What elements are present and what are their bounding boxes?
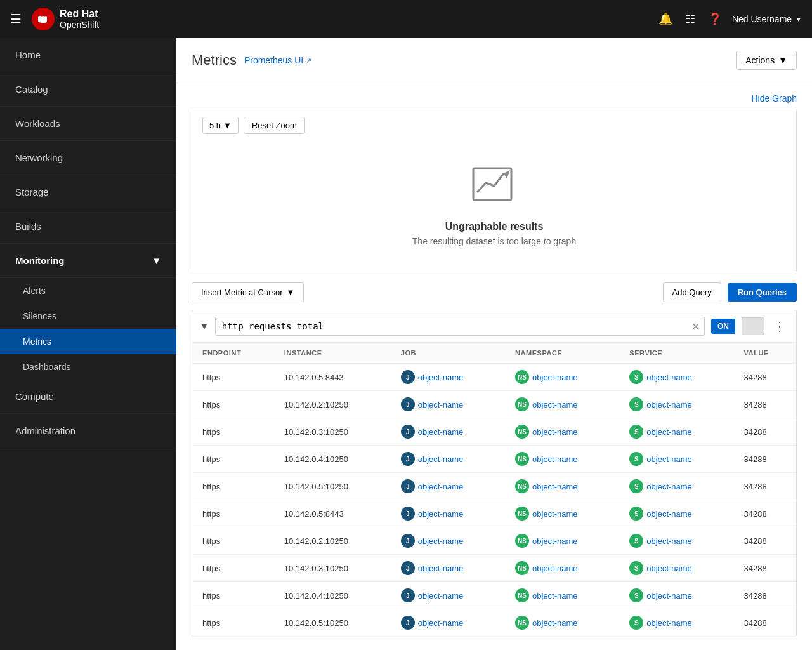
- user-menu[interactable]: Ned Username ▼: [732, 14, 802, 24]
- cell-job: J object-name: [391, 391, 505, 418]
- sidebar-item-networking[interactable]: Networking: [0, 141, 176, 175]
- prometheus-ui-link[interactable]: Prometheus UI ↗: [244, 55, 311, 65]
- svc-link[interactable]: object-name: [646, 591, 692, 600]
- sidebar-item-builds[interactable]: Builds: [0, 209, 176, 244]
- page-header-left: Metrics Prometheus UI ↗: [192, 52, 311, 69]
- svc-badge: S: [629, 370, 643, 384]
- svc-link[interactable]: object-name: [646, 454, 692, 464]
- ns-badge: NS: [515, 370, 529, 384]
- add-query-button[interactable]: Add Query: [663, 282, 721, 302]
- job-link[interactable]: object-name: [418, 373, 464, 382]
- svc-link[interactable]: object-name: [646, 536, 692, 546]
- reset-zoom-button[interactable]: Reset Zoom: [244, 117, 305, 134]
- ns-link[interactable]: object-name: [532, 564, 578, 573]
- insert-metric-button[interactable]: Insert Metric at Cursor ▼: [192, 282, 304, 302]
- toggle-slider[interactable]: [742, 317, 764, 335]
- ns-link[interactable]: object-name: [532, 454, 578, 464]
- cell-value: 34288: [734, 527, 796, 555]
- graph-panel: 5 h ▼ Reset Zoom Ungraphable results The…: [192, 109, 797, 272]
- svc-link[interactable]: object-name: [646, 400, 692, 409]
- cell-instance: 10.142.0.5:8443: [274, 500, 391, 527]
- ns-link[interactable]: object-name: [532, 482, 578, 491]
- hamburger-menu[interactable]: ☰: [10, 11, 22, 27]
- ns-link[interactable]: object-name: [532, 591, 578, 600]
- actions-button[interactable]: Actions ▼: [736, 51, 797, 70]
- ns-link[interactable]: object-name: [532, 427, 578, 437]
- cell-instance: 10.142.0.5:8443: [274, 364, 391, 391]
- job-link[interactable]: object-name: [418, 536, 464, 546]
- collapse-button[interactable]: ▼: [200, 321, 209, 331]
- cell-instance: 10.142.0.2:10250: [274, 391, 391, 418]
- sidebar-item-compute[interactable]: Compute: [0, 380, 176, 414]
- chevron-down-icon: ▼: [796, 16, 802, 23]
- sidebar-item-catalog[interactable]: Catalog: [0, 72, 176, 107]
- table-row: https 10.142.0.2:10250 J object-name NS …: [192, 527, 796, 555]
- job-link[interactable]: object-name: [418, 509, 464, 519]
- sidebar-item-storage[interactable]: Storage: [0, 175, 176, 209]
- cell-namespace: NS object-name: [505, 527, 619, 555]
- cell-namespace: NS object-name: [505, 473, 619, 500]
- main-content: Metrics Prometheus UI ↗ Actions ▼ Hide G…: [176, 38, 812, 650]
- sidebar-item-monitoring[interactable]: Monitoring ▼: [0, 244, 176, 278]
- sidebar-item-home[interactable]: Home: [0, 38, 176, 72]
- ns-link[interactable]: object-name: [532, 373, 578, 382]
- sidebar-item-administration[interactable]: Administration: [0, 414, 176, 448]
- clear-query-button[interactable]: ✕: [691, 321, 700, 333]
- ns-badge: NS: [515, 616, 529, 630]
- cell-service: S object-name: [619, 473, 733, 500]
- ns-link[interactable]: object-name: [532, 509, 578, 519]
- run-queries-button[interactable]: Run Queries: [728, 283, 797, 302]
- query-bar: Insert Metric at Cursor ▼ Add Query Run …: [192, 282, 797, 302]
- sidebar-item-label: Home: [15, 50, 41, 60]
- kebab-menu-button[interactable]: ⋮: [771, 319, 789, 334]
- cell-service: S object-name: [619, 582, 733, 609]
- query-input[interactable]: [215, 317, 705, 336]
- job-link[interactable]: object-name: [418, 618, 464, 628]
- cell-value: 34288: [734, 446, 796, 473]
- graph-toolbar: 5 h ▼ Reset Zoom: [192, 109, 796, 142]
- sidebar-item-alerts[interactable]: Alerts: [0, 278, 176, 303]
- table-row: https 10.142.0.3:10250 J object-name NS …: [192, 418, 796, 446]
- ns-link[interactable]: object-name: [532, 618, 578, 628]
- apps-grid-icon[interactable]: ☷: [685, 12, 695, 26]
- svc-link[interactable]: object-name: [646, 509, 692, 519]
- time-range-button[interactable]: 5 h ▼: [202, 117, 239, 134]
- col-job: JOB: [391, 343, 505, 364]
- svc-link[interactable]: object-name: [646, 373, 692, 382]
- on-toggle-button[interactable]: ON: [711, 319, 735, 334]
- job-link[interactable]: object-name: [418, 427, 464, 437]
- logo-text: Red Hat OpenShift: [60, 8, 99, 30]
- svc-badge: S: [629, 425, 643, 439]
- job-link[interactable]: object-name: [418, 454, 464, 464]
- job-link[interactable]: object-name: [418, 482, 464, 491]
- sidebar-item-silences[interactable]: Silences: [0, 303, 176, 329]
- table-row: https 10.142.0.4:10250 J object-name NS …: [192, 446, 796, 473]
- cell-service: S object-name: [619, 418, 733, 446]
- notification-bell-icon[interactable]: 🔔: [658, 12, 672, 26]
- cell-value: 34288: [734, 418, 796, 446]
- sidebar-item-workloads[interactable]: Workloads: [0, 107, 176, 141]
- sidebar-item-dashboards[interactable]: Dashboards: [0, 354, 176, 380]
- cell-instance: 10.142.0.5:10250: [274, 609, 391, 637]
- help-circle-icon[interactable]: ❓: [708, 12, 722, 26]
- svc-link[interactable]: object-name: [646, 427, 692, 437]
- ns-link[interactable]: object-name: [532, 536, 578, 546]
- svc-badge: S: [629, 479, 643, 493]
- ns-link[interactable]: object-name: [532, 400, 578, 409]
- svc-link[interactable]: object-name: [646, 618, 692, 628]
- content-area: Hide Graph 5 h ▼ Reset Zoom Un: [176, 83, 812, 647]
- job-link[interactable]: object-name: [418, 564, 464, 573]
- table-row: https 10.142.0.2:10250 J object-name NS …: [192, 391, 796, 418]
- sidebar-item-metrics[interactable]: Metrics: [0, 329, 176, 354]
- job-link[interactable]: object-name: [418, 400, 464, 409]
- svc-badge: S: [629, 561, 643, 575]
- ungraphable-icon: [472, 167, 516, 213]
- job-link[interactable]: object-name: [418, 591, 464, 600]
- svc-link[interactable]: object-name: [646, 564, 692, 573]
- hide-graph-link[interactable]: Hide Graph: [751, 93, 797, 103]
- hide-graph-row: Hide Graph: [192, 93, 797, 103]
- sidebar-item-label: Monitoring: [15, 255, 64, 266]
- svc-link[interactable]: object-name: [646, 482, 692, 491]
- cell-service: S object-name: [619, 527, 733, 555]
- ns-badge: NS: [515, 479, 529, 493]
